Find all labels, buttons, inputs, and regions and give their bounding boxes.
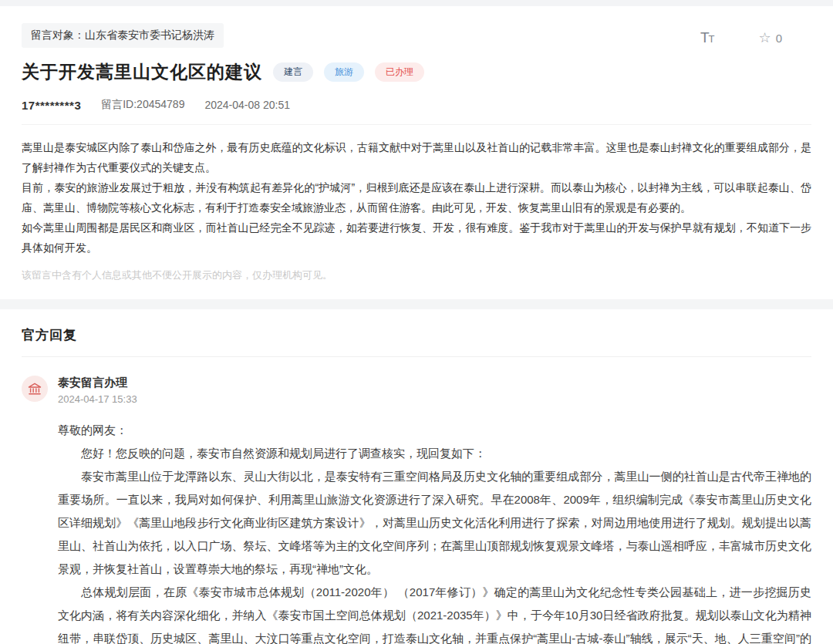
reply-salutation: 尊敬的网友： xyxy=(58,419,811,442)
official-reply-heading: 官方回复 xyxy=(22,326,811,344)
header-row: 留言对象：山东省泰安市委书记杨洪涛 TT ☆ 0 xyxy=(22,23,811,48)
official-reply-section: 官方回复 泰安留言办理 2024-04-17 15:33 尊敬的网友： 您好！您… xyxy=(0,326,833,644)
message-paragraph: 如今蒿里山周围都是居民区和商业区，而社首山已经完全不见踪迹，如若要进行恢复、开发… xyxy=(22,217,811,258)
reply-paragraph: 总体规划层面，在原《泰安市城市总体规划（2011-2020年） （2017年修订… xyxy=(58,581,811,644)
star-count: 0 xyxy=(776,32,782,45)
masked-username: 17********3 xyxy=(22,99,81,112)
government-building-icon xyxy=(27,381,42,396)
status-badge-handled: 已办理 xyxy=(375,62,424,82)
reply-card: 泰安留言办理 2024-04-17 15:33 尊敬的网友： 您好！您反映的问题… xyxy=(22,376,811,644)
recipient-badge: 留言对象：山东省泰安市委书记杨洪涛 xyxy=(22,23,224,48)
toolbar: TT ☆ 0 xyxy=(700,29,782,46)
message-id: 留言ID:20454789 xyxy=(101,98,184,112)
message-detail-page: 留言对象：山东省泰安市委书记杨洪涛 TT ☆ 0 关于开发蒿里山文化区的建议 建… xyxy=(0,23,833,282)
message-paragraph: 蒿里山是泰安城区内除了泰山和岱庙之外，最有历史底蕴的文化标识，古籍文献中对于蒿里… xyxy=(22,137,811,177)
reply-paragraph: 您好！您反映的问题，泰安市自然资源和规划局进行了调查核实，现回复如下： xyxy=(58,442,811,465)
tag-lvyou[interactable]: 旅游 xyxy=(324,62,364,82)
message-paragraph: 目前，泰安的旅游业发展过于粗放，并没有构筑起有差异化的“护城河”，归根到底还是应… xyxy=(22,177,811,217)
privacy-note: 该留言中含有个人信息或其他不便公开展示的内容，仅办理机构可见。 xyxy=(22,268,811,282)
avatar xyxy=(22,376,48,402)
reply-paragraph: 泰安市蒿里山位于龙潭路以东、灵山大街以北，是泰安特有三重空间格局及历史文化轴的重… xyxy=(58,465,811,581)
font-size-toggle-icon[interactable]: TT xyxy=(700,29,714,46)
reply-author: 泰安留言办理 xyxy=(58,376,811,390)
top-strip xyxy=(0,0,833,6)
reply-divider xyxy=(22,356,811,357)
title-row: 关于开发蒿里山文化区的建议 建言 旅游 已办理 xyxy=(22,60,811,84)
section-divider-band xyxy=(0,299,833,309)
tag-jianyan[interactable]: 建言 xyxy=(273,62,313,82)
reply-body: 尊敬的网友： 您好！您反映的问题，泰安市自然资源和规划局进行了调查核实，现回复如… xyxy=(58,419,811,644)
page-title: 关于开发蒿里山文化区的建议 xyxy=(22,60,262,84)
favorite-button[interactable]: ☆ 0 xyxy=(759,29,782,46)
font-size-small-glyph: T xyxy=(709,33,714,45)
reply-main: 泰安留言办理 2024-04-17 15:33 尊敬的网友： 您好！您反映的问题… xyxy=(58,376,811,644)
reply-time: 2024-04-17 15:33 xyxy=(58,393,811,405)
meta-row: 17********3 留言ID:20454789 2024-04-08 20:… xyxy=(22,98,811,125)
message-body: 蒿里山是泰安城区内除了泰山和岱庙之外，最有历史底蕴的文化标识，古籍文献中对于蒿里… xyxy=(22,137,811,258)
font-size-large-glyph: T xyxy=(700,29,709,46)
message-date: 2024-04-08 20:51 xyxy=(204,99,290,111)
star-icon: ☆ xyxy=(759,29,771,46)
